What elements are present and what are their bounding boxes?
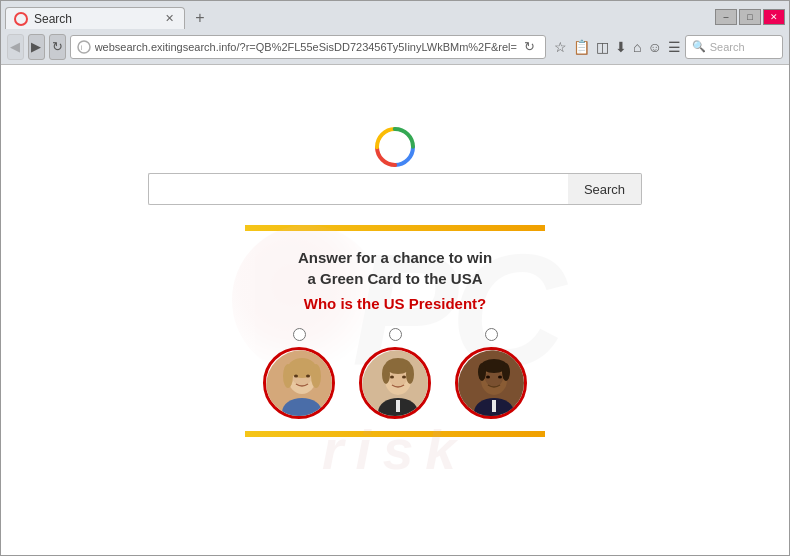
svg-text:i: i [80,43,82,52]
smiley-icon[interactable]: ☺ [647,39,661,55]
svg-point-29 [478,363,486,381]
reading-list-icon[interactable]: 📋 [573,39,590,55]
address-text: websearch.exitingsearch.info/?r=QB%2FL55… [95,41,517,53]
pocket-icon[interactable]: ◫ [596,39,609,55]
tab-close-button[interactable]: ✕ [163,12,176,25]
browser-toolbar: ◀ ▶ ↻ i websearch.exitingsearch.info/?r=… [1,29,789,65]
yellow-divider [245,225,545,231]
title-bar: Search ✕ + – □ ✕ [1,1,789,29]
address-security-icon: i [77,40,91,54]
refresh-icon: ↻ [52,39,63,54]
svg-point-13 [306,375,310,378]
candidate-hillary [263,328,335,419]
browser-window: Search ✕ + – □ ✕ ◀ ▶ ↻ i websearch.exiti… [0,0,790,556]
google-logo [373,125,417,169]
candidate-obama [455,328,527,419]
search-button[interactable]: Search [568,173,642,205]
svg-point-11 [311,364,321,388]
forward-button[interactable]: ▶ [28,34,45,60]
toolbar-icons: ☆ 📋 ◫ ⬇ ⌂ ☺ ☰ [554,39,681,55]
svg-point-22 [402,376,406,379]
new-tab-button[interactable]: + [189,7,211,29]
candidate-radio-bush[interactable] [389,328,402,341]
search-bar-icon: 🔍 [692,40,706,53]
watermark-risk: risk [322,418,468,482]
candidates-row [263,328,527,419]
close-button[interactable]: ✕ [763,9,785,25]
page-content: PC risk Search [1,65,789,555]
candidate-photo-hillary[interactable] [263,347,335,419]
svg-point-10 [283,364,293,388]
download-icon[interactable]: ⬇ [615,39,627,55]
svg-point-19 [382,364,390,384]
address-bar[interactable]: i websearch.exitingsearch.info/?r=QB%2FL… [70,35,546,59]
candidate-photo-obama[interactable] [455,347,527,419]
candidate-radio-obama[interactable] [485,328,498,341]
tab-favicon [14,12,28,26]
search-input-row: Search [148,173,642,205]
maximize-button[interactable]: □ [739,9,761,25]
window-controls: – □ ✕ [715,9,785,25]
answer-section: Answer for a chance to win a Green Card … [1,247,789,419]
candidate-photo-bush[interactable] [359,347,431,419]
logo-row [373,125,417,169]
main-search-input[interactable] [148,173,568,205]
svg-rect-24 [396,400,400,412]
svg-point-31 [486,376,490,379]
bookmark-star-icon[interactable]: ☆ [554,39,567,55]
tab-title: Search [34,12,157,26]
svg-point-20 [406,364,414,384]
home-icon[interactable]: ⌂ [633,39,641,55]
search-bar-placeholder: Search [710,41,745,53]
address-refresh-icon[interactable]: ↻ [521,38,539,56]
refresh-button[interactable]: ↻ [49,34,66,60]
svg-point-30 [502,363,510,381]
svg-point-12 [294,375,298,378]
back-icon: ◀ [10,39,20,54]
svg-point-32 [498,376,502,379]
svg-rect-34 [492,400,496,412]
browser-tab[interactable]: Search ✕ [5,7,185,29]
candidate-bush [359,328,431,419]
browser-search-bar[interactable]: 🔍 Search [685,35,783,59]
back-button[interactable]: ◀ [7,34,24,60]
bottom-yellow-divider [245,431,545,437]
menu-icon[interactable]: ☰ [668,39,681,55]
answer-title: Answer for a chance to win a Green Card … [298,247,492,289]
candidate-radio-hillary[interactable] [293,328,306,341]
answer-question: Who is the US President? [304,295,487,312]
svg-point-21 [390,376,394,379]
forward-icon: ▶ [31,39,41,54]
minimize-button[interactable]: – [715,9,737,25]
search-section: Search [148,125,642,205]
